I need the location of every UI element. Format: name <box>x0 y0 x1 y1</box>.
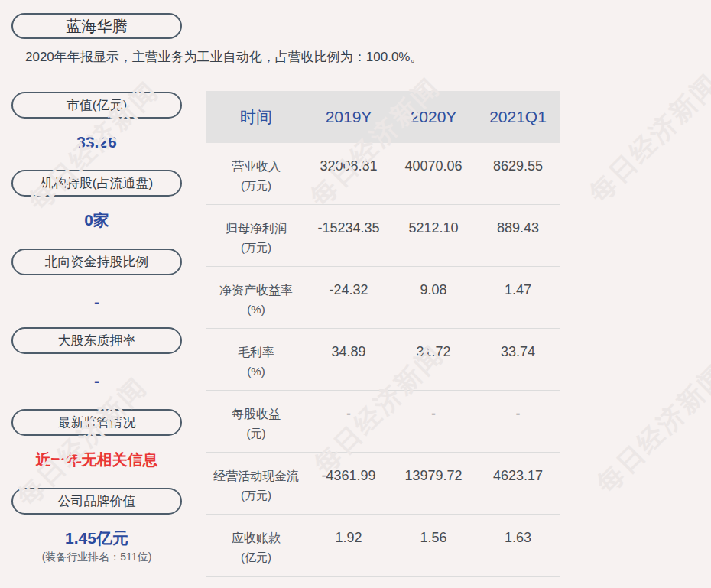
table-row: 毛利率 (%) 34.89 31.72 33.74 <box>206 329 560 391</box>
cell-value: 1.63 <box>476 528 560 576</box>
row-unit: (万元) <box>206 238 306 257</box>
cell-value: 889.43 <box>476 219 560 266</box>
stat-label: 市值(亿元) <box>67 96 127 114</box>
cell-value: 40070.06 <box>391 157 476 204</box>
table-row: 营业收入 (万元) 32008.81 40070.06 8629.55 <box>206 143 560 205</box>
stat-subvalue: (装备行业排名：511位) <box>11 549 182 564</box>
stat-value: 1.45亿元 <box>11 528 182 549</box>
cell-value: - <box>476 404 560 452</box>
row-unit: (%) <box>206 300 306 319</box>
row-label: 净资产收益率 <box>206 281 306 300</box>
column-header-2021q1: 2021Q1 <box>476 108 560 126</box>
stat-label-pill: 市值(亿元) <box>11 92 182 119</box>
table-row: 归母净利润 (万元) -15234.35 5212.10 889.43 <box>206 205 560 267</box>
cell-value: - <box>391 404 476 452</box>
watermark-text: 每日经济新闻 <box>568 335 711 521</box>
table-row: 每股收益 (元) - - - <box>206 391 560 453</box>
table-row: 经营活动现金流 (万元) -4361.99 13979.72 4623.17 <box>206 453 560 515</box>
cell-value: 32008.81 <box>306 157 391 204</box>
stat-label: 公司品牌价值 <box>58 492 136 510</box>
row-unit: (%) <box>206 362 306 381</box>
stat-label: 大股东质押率 <box>58 332 136 349</box>
stat-value: 近一年无相关信息 <box>11 449 182 470</box>
row-unit: (亿元) <box>206 547 306 567</box>
company-name-badge: 蓝海华腾 <box>11 13 182 39</box>
company-name: 蓝海华腾 <box>67 16 128 37</box>
stat-value: - <box>11 370 182 391</box>
stat-label: 北向资金持股比例 <box>45 253 149 271</box>
cell-value: 13979.72 <box>391 466 476 514</box>
cell-value: 9.08 <box>391 281 476 328</box>
stat-label-pill: 北向资金持股比例 <box>11 249 182 275</box>
cell-value: 5212.10 <box>391 219 476 266</box>
row-label: 毛利率 <box>206 343 306 362</box>
row-label: 营业收入 <box>206 157 306 176</box>
watermark-text: 每日经济新闻 <box>560 44 711 230</box>
cell-value: 1.56 <box>391 528 476 576</box>
cell-value: -24.32 <box>306 281 391 328</box>
cell-value: 1.47 <box>476 281 560 328</box>
row-label: 应收账款 <box>206 528 306 547</box>
table-header: 时间 2019Y 2020Y 2021Q1 <box>206 91 560 143</box>
stat-value: 33.26 <box>11 132 182 153</box>
stat-label: 最新监管情况 <box>58 414 136 431</box>
cell-value: - <box>306 404 391 452</box>
table-row: 应收账款 (亿元) 1.92 1.56 1.63 <box>206 515 560 577</box>
column-header-2019: 2019Y <box>306 108 391 126</box>
cell-value: 34.89 <box>306 343 391 390</box>
main-business-description: 2020年年报显示，主营业务为工业自动化，占营收比例为：100.0%。 <box>25 48 499 66</box>
cell-value: 4623.17 <box>476 466 560 514</box>
cell-value: 33.74 <box>476 343 560 390</box>
column-header-time: 时间 <box>206 106 306 128</box>
stat-label-pill: 公司品牌价值 <box>11 488 182 515</box>
column-header-2020: 2020Y <box>391 108 476 126</box>
table-body: 营业收入 (万元) 32008.81 40070.06 8629.55 归母净利… <box>206 143 560 577</box>
row-label: 每股收益 <box>206 404 306 424</box>
cell-value: -4361.99 <box>306 466 391 514</box>
row-label: 归母净利润 <box>206 219 306 238</box>
cell-value: 1.92 <box>306 528 391 576</box>
stat-value: - <box>11 291 182 313</box>
table-row: 净资产收益率 (%) -24.32 9.08 1.47 <box>206 267 560 329</box>
company-financial-card: 蓝海华腾 2020年年报显示，主营业务为工业自动化，占营收比例为：100.0%。… <box>0 0 711 588</box>
row-unit: (万元) <box>206 486 306 505</box>
cell-value: 8629.55 <box>476 157 560 204</box>
stat-label-pill: 大股东质押率 <box>11 327 182 354</box>
stat-label-pill: 机构持股(占流通盘) <box>11 170 182 197</box>
stat-value: 0家 <box>11 210 182 231</box>
row-unit: (万元) <box>206 176 306 195</box>
row-unit: (元) <box>206 424 306 443</box>
cell-value: 31.72 <box>391 343 476 390</box>
stat-label: 机构持股(占流通盘) <box>41 174 153 192</box>
row-label: 经营活动现金流 <box>206 466 306 486</box>
cell-value: -15234.35 <box>306 219 391 266</box>
stat-label-pill: 最新监管情况 <box>11 409 182 436</box>
